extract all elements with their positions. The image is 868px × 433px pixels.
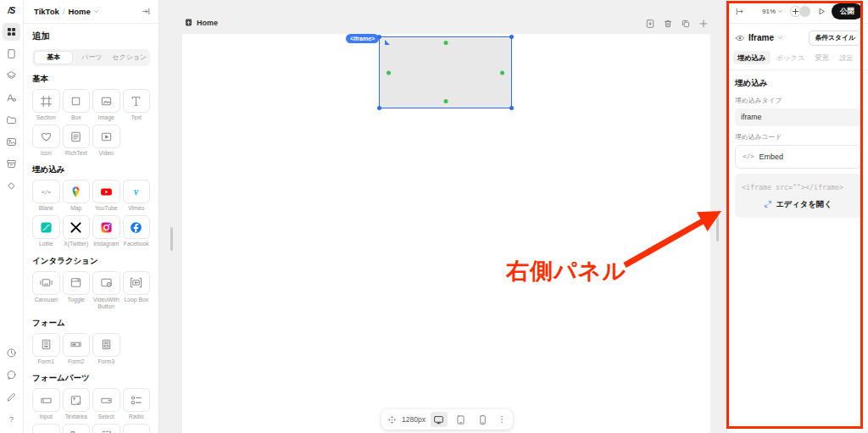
rail-item-draw[interactable] <box>3 388 20 406</box>
section-heading: フォームパーツ <box>32 373 150 384</box>
svg-text:v: v <box>134 186 139 197</box>
component-richtext[interactable]: RichText <box>63 125 91 157</box>
breadcrumb-page[interactable]: Home <box>68 7 90 16</box>
more-options-icon[interactable] <box>497 414 507 425</box>
resize-handle-top-right[interactable] <box>509 35 514 39</box>
zoom-level-control[interactable]: 91% <box>762 8 783 15</box>
component-tab[interactable]: 基本 <box>34 51 73 64</box>
component-form1[interactable]: Form1 <box>32 333 60 365</box>
padding-handle-bottom[interactable] <box>443 99 448 103</box>
component-x-twitter-[interactable]: X(Twitter) <box>63 215 91 247</box>
resize-handle-top-left[interactable] <box>377 35 381 39</box>
element-name[interactable]: Iframe <box>748 33 774 42</box>
padding-handle-left[interactable] <box>387 70 391 75</box>
component-map[interactable]: Map <box>63 180 91 212</box>
rail-item-typography[interactable] <box>3 89 20 107</box>
selected-iframe-element[interactable]: <iframe> <box>379 36 512 108</box>
component-instagram[interactable]: Instagram <box>92 215 120 247</box>
component-blank[interactable]: </>Blank <box>32 180 60 212</box>
component-box[interactable]: Box <box>63 89 91 121</box>
avatar[interactable] <box>798 5 811 18</box>
component-toggle[interactable]: Toggle <box>63 271 91 310</box>
publish-button[interactable]: 公開 <box>832 3 863 19</box>
rail-item-add-element[interactable] <box>3 23 20 41</box>
component-video[interactable]: Video <box>92 125 120 157</box>
breakpoint-width-label[interactable]: 1280px <box>402 415 426 424</box>
canvas-area[interactable]: Home <iframe> 1280px <box>159 0 726 433</box>
rail-item-assets[interactable] <box>3 111 20 129</box>
preview-button[interactable] <box>817 7 826 16</box>
component-button[interactable]: ButtonButton <box>123 424 151 433</box>
canvas-scrollbar-left[interactable] <box>170 227 173 251</box>
padding-handle-right[interactable] <box>500 70 504 75</box>
embed-code-box[interactable]: <iframe src=""></iframe> エディタを開く <box>735 174 861 218</box>
form2-icon <box>70 338 82 351</box>
device-tablet-button[interactable] <box>453 412 470 427</box>
component-videowith-button[interactable]: VideoWith Button <box>92 271 120 310</box>
page-tab[interactable]: Home <box>184 18 218 27</box>
component-label: Vimeo <box>128 205 144 212</box>
rail-item-layers[interactable] <box>3 67 20 85</box>
component-input[interactable]: Input <box>32 388 60 420</box>
component-tab[interactable]: セクション <box>111 51 148 64</box>
page-export-button[interactable] <box>645 19 655 29</box>
studio-logo-icon[interactable]: /S <box>8 6 14 15</box>
chevron-down-icon[interactable] <box>93 8 99 14</box>
inspector-tabs: 埋め込みボックス変形設定 <box>727 51 868 70</box>
inspector-tab[interactable]: 変形 <box>811 51 834 64</box>
padding-handle-top[interactable] <box>443 41 448 45</box>
xtwitter-icon <box>70 221 82 234</box>
component-image[interactable]: Image <box>92 89 120 121</box>
map-icon <box>70 186 82 198</box>
visibility-icon[interactable] <box>735 33 745 43</box>
component-icon[interactable]: Icon <box>32 125 60 157</box>
embed-type-select[interactable]: iframe <box>735 108 861 126</box>
conditional-style-button[interactable]: 条件スタイル <box>809 31 861 46</box>
component-section[interactable]: Section <box>32 89 60 121</box>
component-vimeo[interactable]: vVimeo <box>123 180 151 212</box>
collapse-right-panel-icon[interactable] <box>735 7 744 16</box>
inspector-tab[interactable]: 設定 <box>835 51 858 64</box>
resize-handle-bottom-left[interactable] <box>377 106 381 110</box>
fit-width-icon[interactable] <box>387 415 397 425</box>
component-tab[interactable]: パーツ <box>73 51 110 64</box>
open-editor-button[interactable]: エディタを開く <box>742 199 854 210</box>
component-file[interactable]: File <box>92 424 120 433</box>
breadcrumb-project[interactable]: TikTok <box>34 7 59 16</box>
component-lottie[interactable]: Lottie <box>32 215 60 247</box>
rail-item-comments[interactable] <box>3 366 20 384</box>
component-select[interactable]: Select <box>92 388 120 420</box>
collapse-left-panel-icon[interactable] <box>142 7 151 16</box>
duplicate-page-button[interactable] <box>681 19 691 29</box>
component-label: Image <box>98 114 114 121</box>
device-phone-button[interactable] <box>475 412 492 427</box>
delete-page-button[interactable] <box>663 19 673 29</box>
rail-item-media[interactable] <box>3 133 20 151</box>
resize-handle-bottom-right[interactable] <box>509 106 514 110</box>
rail-item-apps[interactable] <box>3 177 20 195</box>
component-radio[interactable]: Radio <box>123 388 151 420</box>
device-desktop-button[interactable] <box>431 412 448 427</box>
inspector-tab[interactable]: 埋め込み <box>733 51 771 64</box>
component-youtube[interactable]: YouTube <box>92 180 120 212</box>
add-page-button[interactable] <box>698 19 709 29</box>
rail-item-pages[interactable] <box>3 45 20 63</box>
embed-chip[interactable]: </> Embed <box>735 145 861 169</box>
rail-item-history[interactable] <box>3 344 20 362</box>
canvas-bottom-toolbar: 1280px <box>381 409 513 430</box>
rail-item-help[interactable]: ? <box>3 410 20 428</box>
component-checkbox[interactable]: Checkbox <box>63 424 91 433</box>
component-form3[interactable]: Form3 <box>92 333 120 365</box>
component-loop-box[interactable]: Loop Box <box>123 271 151 310</box>
inspector-tab[interactable]: ボックス <box>772 51 810 64</box>
component-form2[interactable]: Form2 <box>63 333 91 365</box>
component-text[interactable]: Text <box>123 89 151 121</box>
iframe-badge[interactable]: <iframe> <box>346 34 379 43</box>
canvas-scrollbar-right[interactable] <box>716 216 719 241</box>
component-confirm[interactable]: Confirm <box>32 424 60 433</box>
panel-title: 追加 <box>32 31 150 42</box>
rail-item-cms[interactable] <box>3 155 20 173</box>
component-textarea[interactable]: Textarea <box>63 388 91 420</box>
component-facebook[interactable]: Facebook <box>123 215 151 247</box>
component-carousel[interactable]: Carousel <box>32 271 60 310</box>
